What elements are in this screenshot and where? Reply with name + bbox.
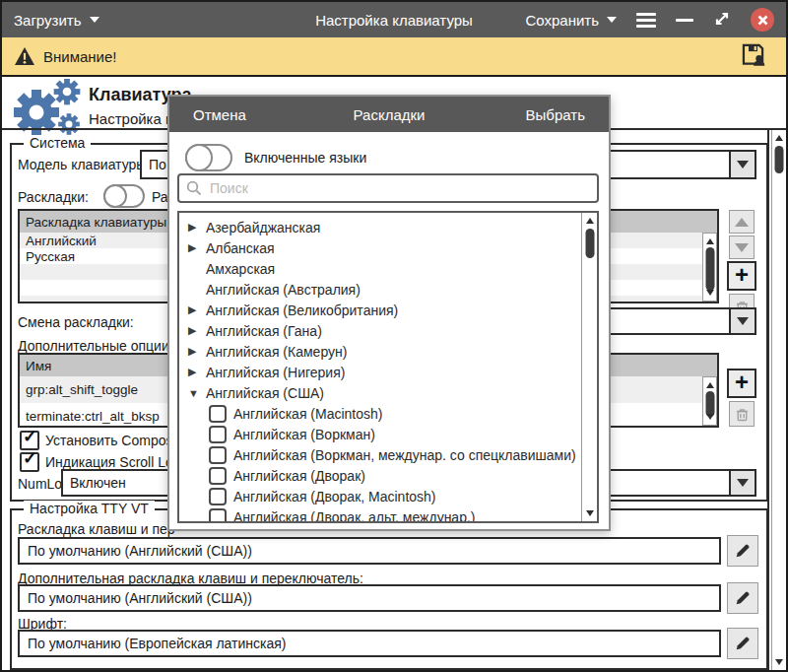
dropdown-arrow-icon: [737, 161, 749, 168]
search-icon: [186, 180, 202, 196]
scroll-thumb[interactable]: [705, 247, 714, 291]
layout-checkbox[interactable]: [209, 488, 227, 505]
edit-tty-layout-button[interactable]: [727, 535, 758, 567]
save-menu-button[interactable]: Сохранить: [525, 12, 617, 29]
layout-checkbox[interactable]: [209, 467, 227, 485]
dropdown-button[interactable]: [729, 152, 755, 177]
layouts-table-scrollbar[interactable]: [702, 233, 717, 302]
move-layout-up-button[interactable]: [729, 210, 755, 234]
scrolllock-checkbox[interactable]: ✓: [20, 452, 39, 472]
extra-options-label: Дополнительные опции:: [18, 338, 173, 354]
scroll-up-button[interactable]: [703, 235, 716, 247]
expand-icon[interactable]: [188, 241, 206, 254]
language-row[interactable]: Английская (США): [179, 382, 581, 403]
language-row[interactable]: Английская (Нигерия): [179, 362, 581, 382]
expand-icon[interactable]: [188, 221, 206, 234]
scroll-down-button[interactable]: [772, 656, 786, 668]
dialog-select-button[interactable]: Выбрать: [526, 106, 585, 123]
language-label: Английская (Великобритания): [206, 302, 398, 318]
scroll-down-button[interactable]: [703, 287, 716, 299]
edit-tty-extra-layout-button[interactable]: [727, 582, 758, 614]
language-label: Английская (Нигерия): [206, 365, 345, 380]
layout-checkbox[interactable]: [209, 405, 227, 423]
layouts-toggle[interactable]: [103, 184, 145, 208]
language-row[interactable]: Английская (Дворак, Macintosh): [179, 486, 581, 506]
pencil-icon: [734, 542, 752, 560]
language-row[interactable]: Английская (Дворак, альт. междунар.): [179, 506, 581, 523]
scroll-thumb[interactable]: [585, 229, 594, 258]
main-scrollbar[interactable]: [771, 130, 786, 670]
save-file-button[interactable]: [740, 41, 766, 72]
option-row-label: terminate:ctrl_alt_bksp: [26, 409, 160, 424]
tty-layout-field[interactable]: По умолчанию (Английский (США)): [18, 537, 721, 565]
layouts-label: Раскладки:: [18, 189, 89, 205]
move-layout-down-button[interactable]: [729, 235, 755, 259]
language-row[interactable]: Английская (Гана): [179, 320, 581, 341]
options-table-scrollbar[interactable]: [702, 376, 717, 426]
expand-icon[interactable]: [188, 303, 206, 316]
language-row[interactable]: Албанская: [179, 237, 581, 258]
resize-button[interactable]: [713, 10, 731, 31]
add-layout-button[interactable]: +: [727, 261, 756, 291]
dropdown-button[interactable]: [729, 471, 755, 495]
dropdown-button[interactable]: [729, 309, 755, 333]
add-option-button[interactable]: +: [727, 369, 756, 398]
language-row[interactable]: Английская (Великобритания): [179, 300, 581, 320]
delete-option-button[interactable]: [729, 401, 755, 427]
hamburger-menu-icon[interactable]: [636, 13, 656, 28]
close-button[interactable]: [751, 8, 774, 32]
language-row[interactable]: Азербайджанская: [179, 217, 581, 237]
option-row-label: grp:alt_shift_toggle: [26, 382, 138, 397]
language-label: Английская (Macintosh): [233, 406, 383, 422]
language-list: АзербайджанскаяАлбанскаяАмхарскаяАнглийс…: [177, 211, 599, 523]
enabled-languages-toggle[interactable]: [185, 144, 232, 171]
plus-icon: +: [735, 263, 749, 287]
scroll-down-button[interactable]: [703, 411, 716, 423]
scroll-up-button[interactable]: [703, 379, 716, 391]
layout-checkbox[interactable]: [209, 426, 227, 443]
save-menu-label: Сохранить: [525, 12, 599, 29]
tty-font-field[interactable]: По умолчанию (Европейская латинская): [18, 630, 721, 657]
collapse-icon[interactable]: [188, 387, 206, 399]
floppy-save-icon: [740, 41, 766, 68]
dialog-cancel-button[interactable]: Отмена: [193, 106, 246, 123]
language-list-scrollbar[interactable]: [581, 213, 597, 521]
dropdown-arrow-icon: [737, 317, 749, 325]
toggle-knob: [185, 144, 213, 171]
minimize-button[interactable]: [676, 19, 693, 22]
checkmark-icon: ✓: [23, 426, 37, 447]
layout-checkbox[interactable]: [209, 508, 227, 524]
load-menu-button[interactable]: Загрузить: [14, 12, 99, 29]
scroll-up-button[interactable]: [582, 215, 597, 227]
language-label: Азербайджанская: [206, 220, 320, 235]
layouts-dialog: Отмена Раскладки Выбрать Включенные язык…: [167, 95, 611, 531]
language-row[interactable]: Английская (Воркман): [179, 424, 581, 444]
search-input[interactable]: [208, 179, 590, 197]
layout-row-label: Английский: [26, 234, 97, 248]
caret-down-icon: [90, 17, 99, 23]
expand-icon[interactable]: [188, 366, 206, 378]
language-label: Английская (Австралия): [206, 282, 361, 298]
tty-extra-layout-field[interactable]: По умолчанию (Английский (США)): [18, 584, 721, 612]
scrolllock-checkbox-label: Индикация Scroll Lock: [45, 454, 187, 470]
close-icon: [757, 15, 768, 26]
language-row[interactable]: Английская (Австралия): [179, 279, 581, 300]
minimize-icon: [676, 19, 693, 22]
expand-icon[interactable]: [188, 345, 206, 358]
language-row[interactable]: Английская (Macintosh): [179, 403, 581, 424]
language-row[interactable]: Амхарская: [179, 258, 581, 279]
scroll-thumb[interactable]: [775, 146, 784, 173]
language-label: Албанская: [206, 240, 275, 256]
trash-icon: [734, 406, 751, 423]
layout-checkbox[interactable]: [209, 446, 227, 464]
expand-icon[interactable]: [188, 324, 206, 337]
toggle-knob: [103, 184, 127, 208]
language-row[interactable]: Английская (Камерун): [179, 341, 581, 362]
scroll-up-button[interactable]: [772, 132, 786, 144]
scroll-down-button[interactable]: [582, 507, 597, 519]
language-row[interactable]: Английская (Дворак): [179, 465, 581, 486]
caret-down-icon: [607, 17, 617, 23]
edit-tty-font-button[interactable]: [727, 628, 758, 659]
warning-text: Внимание!: [43, 48, 117, 65]
language-row[interactable]: Английская (Воркман, междунар. со спецкл…: [179, 444, 581, 465]
